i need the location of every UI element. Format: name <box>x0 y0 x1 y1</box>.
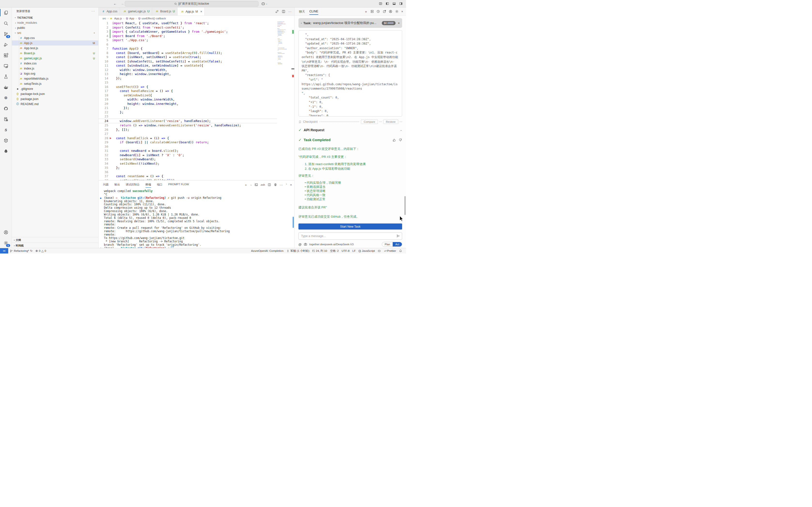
cline-scrollbar[interactable] <box>404 196 406 215</box>
code-line-31[interactable]: 31 const newBoard = board.slice(); <box>99 149 277 153</box>
maximize-panel-icon[interactable]: ⌃ <box>286 184 287 186</box>
tab-App.js[interactable]: JSApp.jsM× <box>177 7 205 15</box>
compare-button[interactable]: Compare <box>361 120 378 124</box>
code-line-17[interactable]: 17 const handleResize = () => { <box>99 89 277 93</box>
code-line-34[interactable]: 34 setIsXNext(!isXNext); <box>99 162 277 166</box>
code-line-1[interactable]: 1import React, { useState, useEffect } f… <box>99 21 277 25</box>
code-line-24[interactable]: 24 window.addEventListener('resize', han… <box>99 119 277 123</box>
screenshot-icon[interactable] <box>304 243 307 246</box>
cline-conversation[interactable]: › Task: wang-junjian/tictactoe 项目中分配给我的 … <box>294 16 406 222</box>
remote-indicator[interactable]: >< <box>0 248 8 253</box>
breadcrumb-item[interactable]: App <box>126 17 134 20</box>
terminal-dropdown-icon[interactable]: ⌄ <box>250 184 252 186</box>
tree-item-App.test.js[interactable]: JSApp.test.js <box>12 46 98 51</box>
activity-code-runner[interactable] <box>0 114 12 124</box>
activity-cline[interactable] <box>0 146 12 156</box>
api-response-json[interactable]: ", "created_at": "2025-04-13T14:28:38Z",… <box>299 30 402 116</box>
activity-search[interactable] <box>0 18 12 29</box>
breadcrumb-item[interactable]: src <box>103 17 106 20</box>
code-line-8[interactable]: 8 const [board, setBoard] = useState(Arr… <box>99 51 277 55</box>
collapse-chevron-icon[interactable]: ⌄ <box>400 129 402 131</box>
code-line-26[interactable]: 26 }, []); <box>99 128 277 132</box>
model-label[interactable]: together:deepseek-ai/DeepSeek-V3 <box>309 243 380 246</box>
status-lf[interactable]: LF <box>351 248 357 253</box>
code-line-12[interactable]: 12 width: window.innerWidth, <box>99 68 277 72</box>
tree-item-gameLogic.js[interactable]: JSgameLogic.jsU <box>12 56 98 61</box>
status--24-10[interactable]: 行 24, 列 10 <box>311 248 328 253</box>
activity-run-debug[interactable] <box>0 39 12 50</box>
code-line-2[interactable]: 2import Confetti from 'react-confetti'; <box>99 25 277 30</box>
panel-tab-输出[interactable]: 输出 <box>114 182 120 188</box>
history-icon[interactable] <box>376 10 380 13</box>
tree-item-public[interactable]: ›public <box>12 25 98 30</box>
code-line-35[interactable]: 35 }; <box>99 166 277 170</box>
code-lines[interactable]: 1import React, { useState, useEffect } f… <box>99 21 277 180</box>
tab-cline[interactable]: CLINE <box>309 8 318 15</box>
activity-s-tool[interactable]: S <box>0 124 12 135</box>
tree-item-package-lock.json[interactable]: {}package-lock.json <box>12 91 98 96</box>
status--1-[interactable]: 军舰 (1 小时前) <box>285 248 311 253</box>
close-panel-icon[interactable]: × <box>290 183 292 186</box>
tree-item-index.js[interactable]: JSindex.js <box>12 66 98 71</box>
status-branch[interactable]: Refactoring* ↻ <box>8 248 34 253</box>
code-line-25[interactable]: 25 return () => window.removeEventListen… <box>99 123 277 128</box>
code-line-6[interactable]: 6 <box>99 42 277 47</box>
kill-terminal-icon[interactable] <box>274 183 277 186</box>
settings-icon[interactable] <box>395 10 399 13</box>
task-expand-icon[interactable]: › <box>301 22 302 24</box>
code-line-19[interactable]: 19 width: window.innerWidth, <box>99 97 277 102</box>
section-时间线[interactable]: ›时间线 <box>12 243 98 248</box>
status-javascript[interactable]: { }JavaScript <box>357 248 376 253</box>
tree-item-logo.svg[interactable]: ◪logo.svg <box>12 71 98 76</box>
tab-App.css[interactable]: #App.css <box>99 7 120 15</box>
tree-item-Board.js[interactable]: JSBoard.jsU <box>12 51 98 56</box>
editor-more-actions-icon[interactable]: ··· <box>288 10 291 13</box>
start-new-task-button[interactable]: Start New Task <box>299 223 402 230</box>
mention-icon[interactable]: @ <box>299 243 302 246</box>
panel-tab-终端[interactable]: 终端 <box>146 182 151 188</box>
panel-more-actions-icon[interactable]: ··· <box>280 183 283 186</box>
code-line-14[interactable]: 14 }); <box>99 76 277 80</box>
breadcrumb-item[interactable]: JSApp.js <box>110 17 122 20</box>
panel-tab-PROMPT FLOW[interactable]: PROMPT FLOW <box>168 182 189 188</box>
code-line-32[interactable]: 32 newBoard[i] = isXNext ? 'X' : 'O'; <box>99 153 277 157</box>
new-terminal-icon[interactable]: ＋ <box>244 183 247 186</box>
activity-testing[interactable] <box>0 71 12 82</box>
code-line-33[interactable]: 33 setBoard(newBoard); <box>99 157 277 162</box>
toggle-sidebar-left-icon[interactable] <box>386 2 389 5</box>
terminal-scrollbar[interactable] <box>292 217 294 228</box>
code-line-7[interactable]: 7function App() { <box>99 47 277 51</box>
section-大纲[interactable]: ›大纲 <box>12 237 98 243</box>
message-input[interactable] <box>299 232 402 240</box>
panel-tab-问题[interactable]: 问题 <box>103 182 109 188</box>
tree-item-package.json[interactable]: {}package.json <box>12 96 98 102</box>
status-copilot[interactable] <box>376 248 382 253</box>
code-line-11[interactable]: 11 const [windowSize, setWindowSize] = u… <box>99 63 277 68</box>
activity-docker[interactable] <box>0 82 12 93</box>
thumbs-down-icon[interactable] <box>398 138 402 142</box>
tree-item-reportWebVitals.js[interactable]: JSreportWebVitals.js <box>12 76 98 81</box>
code-line-15[interactable]: 15 <box>99 80 277 85</box>
plan-act-toggle[interactable]: Plan Act <box>382 242 402 247</box>
code-line-9[interactable]: 9 const [isXNext, setIsXNext] = useState… <box>99 55 277 59</box>
toggle-sidebar-right-icon[interactable] <box>399 2 402 5</box>
tree-item-index.css[interactable]: #index.css <box>12 61 98 66</box>
panel-tab-端口[interactable]: 端口 <box>157 182 163 188</box>
extension-host-indicator[interactable]: ⌄ <box>261 1 268 6</box>
code-line-36[interactable]: 36 <box>99 170 277 174</box>
tab-chat[interactable]: 聊天 <box>299 8 305 15</box>
split-terminal-icon[interactable] <box>268 183 271 186</box>
close-tab-icon[interactable]: × <box>200 10 202 13</box>
toggle-panel-icon[interactable] <box>392 2 396 5</box>
tree-item-.gitignore[interactable]: ◆.gitignore <box>12 86 98 91</box>
panel-tab-调试控制台[interactable]: 调试控制台 <box>126 182 140 188</box>
activity-github[interactable] <box>0 103 12 114</box>
explorer-more-actions-icon[interactable]: ··· <box>92 10 95 13</box>
code-line-21[interactable]: 21 }); <box>99 106 277 110</box>
plan-button[interactable]: Plan <box>382 242 393 246</box>
activity-kubernetes[interactable]: ☸ <box>0 93 12 103</box>
code-line-22[interactable]: 22 }; <box>99 110 277 115</box>
thumbs-up-icon[interactable] <box>392 138 396 142</box>
account-icon[interactable] <box>389 10 392 13</box>
code-line-13[interactable]: 13 height: window.innerHeight, <box>99 72 277 76</box>
